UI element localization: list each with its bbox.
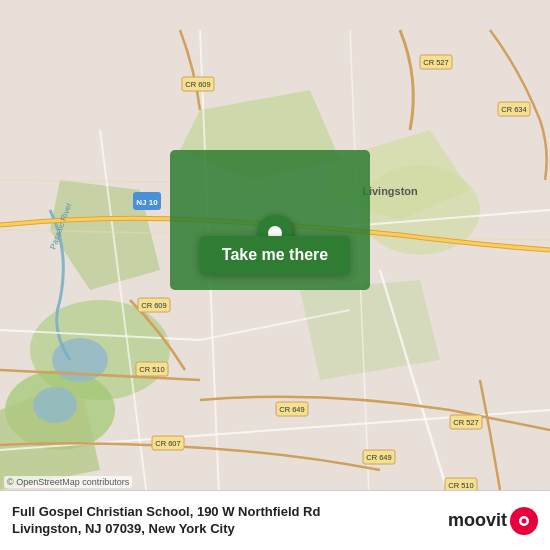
svg-text:CR 649: CR 649 xyxy=(279,405,304,414)
moovit-text: moovit xyxy=(448,510,507,531)
info-text-block: Full Gospel Christian School, 190 W Nort… xyxy=(12,504,438,538)
svg-text:CR 609: CR 609 xyxy=(185,80,210,89)
svg-text:CR 634: CR 634 xyxy=(501,105,526,114)
svg-text:CR 527: CR 527 xyxy=(453,418,478,427)
take-me-there-button[interactable]: Take me there xyxy=(200,236,350,274)
svg-marker-4 xyxy=(300,280,440,380)
svg-text:CR 649: CR 649 xyxy=(366,453,391,462)
svg-point-9 xyxy=(33,387,77,423)
map-svg: NJ 10 CR 527 CR 634 CR 609 CR 609 CR 510… xyxy=(0,0,550,550)
map-container: NJ 10 CR 527 CR 634 CR 609 CR 609 CR 510… xyxy=(0,0,550,550)
svg-point-46 xyxy=(522,518,527,523)
moovit-dot xyxy=(510,507,538,535)
info-bar: Full Gospel Christian School, 190 W Nort… xyxy=(0,490,550,550)
place-name: Full Gospel Christian School, 190 W Nort… xyxy=(12,504,438,538)
svg-text:CR 510: CR 510 xyxy=(139,365,164,374)
svg-text:NJ 10: NJ 10 xyxy=(136,198,158,207)
moovit-logo: moovit xyxy=(448,507,538,535)
svg-text:CR 527: CR 527 xyxy=(423,58,448,67)
osm-attribution: © OpenStreetMap contributors xyxy=(4,476,132,488)
svg-text:Livingston: Livingston xyxy=(362,185,418,197)
svg-text:CR 510: CR 510 xyxy=(448,481,473,490)
moovit-icon xyxy=(516,513,532,529)
svg-text:CR 609: CR 609 xyxy=(141,301,166,310)
svg-text:CR 607: CR 607 xyxy=(155,439,180,448)
